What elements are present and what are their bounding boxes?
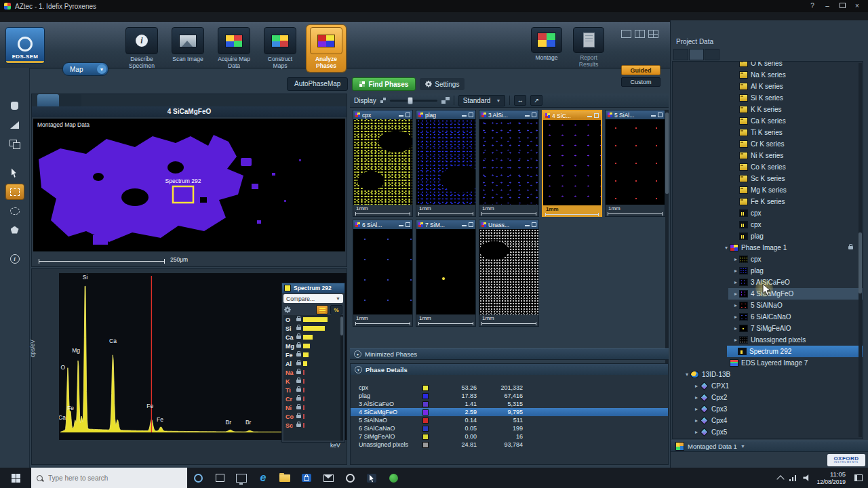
cortana-button[interactable]: [187, 468, 209, 488]
expander-icon[interactable]: ▸: [732, 302, 739, 308]
phase-details-row[interactable]: 6 SiAlCaNaO 0.05 199: [351, 424, 668, 432]
phase-thumbnail[interactable]: cpx 1mm: [353, 110, 413, 217]
pan-hand-icon[interactable]: [6, 98, 24, 113]
workflow-step[interactable]: Construct Maps: [260, 25, 300, 72]
element-row[interactable]: Si: [283, 324, 343, 333]
element-row[interactable]: K: [283, 377, 343, 386]
minimize-thumbnail-button[interactable]: [462, 223, 467, 226]
tree-item[interactable]: ▸ Cpx2: [673, 392, 863, 403]
taskbar-search[interactable]: [31, 468, 187, 488]
pointer-icon[interactable]: [6, 165, 24, 180]
tree-item[interactable]: Ca K series: [673, 115, 863, 127]
tree-item[interactable]: ▸ Cpx4: [673, 415, 863, 426]
lock-icon[interactable]: [296, 397, 301, 401]
settings-button[interactable]: Settings: [420, 78, 465, 90]
tree-item[interactable]: Co K series: [673, 161, 863, 173]
phase-details-row[interactable]: Unassigned pixels 24.81 93,784: [351, 441, 668, 449]
element-row[interactable]: Cr: [283, 394, 343, 403]
measure-icon[interactable]: [6, 117, 24, 132]
slider-thumb[interactable]: [408, 97, 413, 104]
tree-item[interactable]: ▸ Cpx3: [673, 403, 863, 415]
help-button[interactable]: ?: [806, 1, 819, 11]
phase-details-row[interactable]: cpx 53.26 201,332: [351, 384, 668, 392]
link-views-button[interactable]: ↔: [514, 95, 526, 106]
fit-view-button[interactable]: ↗: [530, 95, 542, 106]
image-panel-tab[interactable]: [37, 94, 59, 106]
element-row[interactable]: Ti: [283, 386, 343, 394]
phase-details-row[interactable]: 7 SiMgFeAlO 0.00 16: [351, 432, 668, 441]
tree-item[interactable]: K K series: [673, 104, 863, 115]
expander-icon[interactable]: ▸: [693, 406, 700, 412]
mode-dropdown[interactable]: Map ▼: [62, 62, 108, 76]
tree-item[interactable]: Si K series: [673, 92, 863, 104]
phase-thumbnail[interactable]: 5 SiAl... 1mm: [605, 110, 665, 217]
eds-sem-badge[interactable]: EDS-SEM: [5, 27, 45, 64]
mail-button[interactable]: [317, 468, 339, 488]
tree-item[interactable]: cpx: [673, 219, 863, 230]
phase-thumbnail[interactable]: Unass... 1mm: [479, 220, 539, 327]
ellipse-select-icon[interactable]: [6, 203, 24, 218]
tree-item[interactable]: Fe K series: [673, 196, 863, 207]
tree-item[interactable]: plag: [673, 230, 863, 242]
lock-icon[interactable]: [296, 336, 301, 339]
tree-item[interactable]: ▾ Phase Image 1: [673, 242, 863, 253]
layout-single-icon[interactable]: [621, 30, 631, 38]
lock-icon[interactable]: [296, 415, 301, 418]
close-button[interactable]: ×: [850, 1, 864, 11]
expander-icon[interactable]: ▸: [693, 383, 700, 389]
tree-item[interactable]: ▸ 5 SiAlNaO: [673, 300, 863, 311]
phase-details-row[interactable]: plag 17.83 67,416: [351, 392, 668, 400]
counts-toggle-button[interactable]: [316, 305, 328, 314]
compare-dropdown[interactable]: Compare... ▼: [283, 294, 343, 303]
green-app-button[interactable]: [382, 468, 404, 488]
gear-icon[interactable]: [284, 306, 291, 313]
tree-item[interactable]: ▸ cpx: [673, 253, 863, 265]
app-window-button[interactable]: [231, 468, 252, 488]
element-row[interactable]: Na: [283, 368, 343, 377]
expander-icon[interactable]: ▸: [732, 268, 739, 274]
project-data-tab[interactable]: [673, 49, 688, 60]
tree-item[interactable]: Al K series: [673, 81, 863, 92]
popout-thumbnail-button[interactable]: [532, 113, 536, 117]
phase-details-header[interactable]: ▾ Phase Details: [351, 364, 668, 375]
minimize-thumbnail-button[interactable]: [587, 114, 592, 117]
minimized-phases-bar[interactable]: ▾ Minimized Phases: [350, 348, 669, 360]
lock-icon[interactable]: [296, 344, 301, 348]
workflow-step[interactable]: Scan Image: [168, 25, 208, 72]
element-row[interactable]: Fe: [283, 350, 343, 359]
small-thumbnails-icon[interactable]: [380, 98, 386, 103]
tree-item[interactable]: ▸ 4 SiCaMgFeO: [728, 288, 863, 300]
phase-details-row[interactable]: 5 SiAlNaO 0.14 511: [351, 416, 668, 424]
lock-icon[interactable]: [296, 388, 301, 392]
tree-item[interactable]: ▸ plag: [673, 265, 863, 277]
project-data-tab[interactable]: [689, 49, 704, 60]
lock-icon[interactable]: [296, 362, 301, 365]
tree-item[interactable]: Ti K series: [673, 127, 863, 138]
element-row[interactable]: Al: [283, 359, 343, 368]
info-icon[interactable]: [6, 251, 24, 266]
tree-item[interactable]: EDS Layered Image 7: [673, 357, 863, 369]
phase-thumbnail[interactable]: 4 SiC... 1mm: [542, 110, 602, 217]
taskbar-clock[interactable]: 11:05 12/08/2019: [816, 470, 846, 486]
tree-item[interactable]: ▾ 13ID-13B: [673, 369, 863, 380]
minimize-thumbnail-button[interactable]: [399, 113, 403, 117]
montaged-data-selector[interactable]: Montaged Data 1 ▼: [671, 441, 868, 452]
minimize-thumbnail-button[interactable]: [525, 113, 530, 117]
expander-icon[interactable]: ▾: [723, 245, 730, 251]
popout-thumbnail-button[interactable]: [658, 113, 663, 117]
tree-scrollbar[interactable]: [859, 63, 862, 437]
pointer-app-button[interactable]: [361, 468, 382, 488]
minimize-thumbnail-button[interactable]: [462, 113, 467, 117]
tree-item[interactable]: Cr K series: [673, 138, 863, 150]
element-list-scrollbar[interactable]: [340, 315, 343, 441]
custom-button[interactable]: Custom: [621, 77, 660, 87]
expander-icon[interactable]: ▸: [732, 314, 739, 320]
element-row[interactable]: Sc: [283, 421, 343, 430]
image-panel-tab[interactable]: [60, 94, 81, 106]
project-data-tab[interactable]: [705, 49, 719, 60]
tree-item[interactable]: Sc K series: [673, 173, 863, 184]
expander-icon[interactable]: ▸: [693, 429, 700, 435]
action-center-icon[interactable]: [854, 474, 863, 481]
expander-icon[interactable]: ▸: [732, 291, 739, 297]
find-phases-button[interactable]: Find Phases: [352, 77, 416, 91]
